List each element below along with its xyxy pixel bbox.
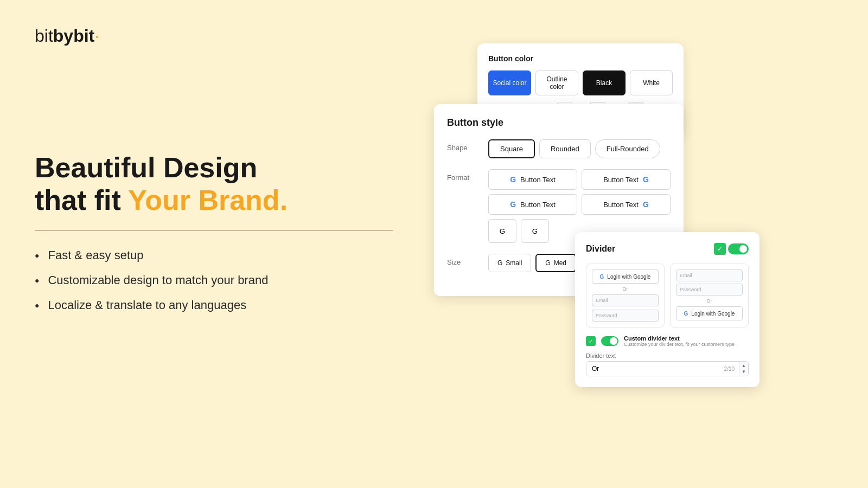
hero-line1: Beautiful Design: [35, 152, 257, 183]
preview-google-label-left: Login with Google: [607, 274, 650, 280]
preview-or-right: Or: [676, 298, 743, 304]
format-btn-icon-right-2[interactable]: Button Text G: [582, 194, 671, 215]
preview-google-btn-left: G Login with Google: [592, 269, 659, 284]
arrow-down[interactable]: ▼: [742, 369, 746, 375]
format-icon-only-2[interactable]: G: [521, 219, 549, 243]
hero-divider: [35, 230, 393, 231]
preview-google-label-right: Login with Google: [691, 311, 735, 317]
format-btn-icon-right-1[interactable]: Button Text G: [582, 169, 671, 190]
shape-square-button[interactable]: Square: [488, 139, 535, 158]
preview-google-icon-right: G: [684, 311, 688, 317]
preview-google-btn-right: G Login with Google: [676, 306, 743, 320]
google-icon: G: [510, 175, 516, 184]
black-color-button[interactable]: Black: [583, 70, 626, 95]
shape-options: Square Rounded Full-Rounded: [488, 139, 660, 158]
logo-dot: ·: [94, 26, 99, 46]
format-btn-label-4: Button Text: [603, 201, 639, 209]
preview-password-left: Password: [592, 310, 659, 322]
shape-section: Shape Square Rounded Full-Rounded: [447, 139, 671, 158]
hero-line2-prefix: that fit: [35, 184, 128, 216]
format-label: Format: [447, 169, 480, 182]
size-label: Size: [447, 254, 480, 266]
bullet-3: Localize & translate to any languages: [35, 298, 393, 312]
google-icon-right: G: [643, 175, 649, 184]
shape-full-rounded-button[interactable]: Full-Rounded: [595, 139, 660, 158]
login-previews: G Login with Google Or Email Password Em…: [586, 264, 749, 328]
divider-text-input-row: 2/10 ▲ ▼: [586, 361, 749, 376]
logo-by: by: [53, 26, 73, 46]
outline-color-button[interactable]: Outline color: [535, 70, 578, 95]
hero-heading: Beautiful Design that fit Your Brand.: [35, 152, 393, 217]
divider-text-row: Divider text 2/10 ▲ ▼: [586, 352, 749, 376]
custom-divider-label: Custom divider text: [624, 335, 749, 342]
preview-or-left: Or: [592, 286, 659, 292]
preview-google-icon-left: G: [600, 274, 604, 280]
divider-text-arrows: ▲ ▼: [739, 362, 748, 376]
format-btn-label-3: Button Text: [520, 201, 556, 209]
logo-bit1: bit: [35, 26, 53, 46]
size-small-label: Small: [506, 259, 522, 267]
bullet-2: Customizable design to match your brand: [35, 273, 393, 287]
shape-rounded-button[interactable]: Rounded: [539, 139, 591, 158]
format-btn-label-2: Button Text: [603, 176, 639, 184]
google-icon-right-2: G: [643, 200, 649, 209]
divider-text-input[interactable]: [586, 362, 720, 376]
color-buttons-row: Social color Outline color Black White: [488, 70, 673, 95]
divider-title: Divider: [586, 244, 615, 254]
format-btn-label-1: Button Text: [520, 176, 556, 184]
login-preview-right: Email Password Or G Login with Google: [670, 264, 749, 328]
hero-section: Beautiful Design that fit Your Brand. Fa…: [35, 152, 393, 323]
white-color-button[interactable]: White: [630, 70, 673, 95]
login-preview-left: G Login with Google Or Email Password: [586, 264, 665, 328]
format-btn-icon-left-2[interactable]: G Button Text: [488, 194, 577, 215]
size-small-icon: G: [497, 259, 502, 267]
divider-toggle-switch[interactable]: [728, 243, 749, 254]
shape-label: Shape: [447, 139, 480, 152]
custom-divider-toggle[interactable]: [601, 336, 618, 346]
divider-card: Divider ✓ G Login with Google Or Email P…: [575, 232, 760, 387]
size-small-button[interactable]: G Small: [488, 254, 531, 272]
divider-text-label: Divider text: [586, 352, 749, 359]
custom-divider-check[interactable]: ✓: [586, 336, 596, 346]
format-btn-icon-left-1[interactable]: G Button Text: [488, 169, 577, 190]
divider-toggle-group: ✓: [714, 243, 749, 255]
divider-header: Divider ✓: [586, 243, 749, 255]
custom-divider-row: ✓ Custom divider text Customize your div…: [586, 335, 749, 347]
format-grid: G Button Text Button Text G G Button Tex…: [488, 169, 671, 215]
button-color-title: Button color: [488, 54, 673, 63]
bullet-1: Fast & easy setup: [35, 248, 393, 262]
divider-check-icon[interactable]: ✓: [714, 243, 726, 255]
google-icon-only-1: G: [500, 227, 505, 235]
size-medium-icon: G: [545, 259, 550, 267]
size-medium-button[interactable]: G Med: [535, 254, 576, 272]
preview-email-right: Email: [676, 269, 743, 281]
custom-divider-info: Custom divider text Customize your divid…: [624, 335, 749, 347]
google-icon-only-2: G: [532, 227, 538, 235]
preview-email-left: Email: [592, 294, 659, 306]
google-icon-2: G: [510, 200, 516, 209]
arrow-up[interactable]: ▲: [742, 363, 746, 369]
preview-password-right: Password: [676, 284, 743, 296]
social-color-button[interactable]: Social color: [488, 70, 531, 95]
button-style-title: Button style: [447, 117, 671, 129]
divider-text-count: 2/10: [720, 363, 739, 375]
hero-line2-brand: Your Brand.: [128, 184, 288, 216]
logo-bit2: bit: [73, 26, 94, 46]
logo: bitbybit·: [35, 26, 99, 46]
format-icon-only-1[interactable]: G: [488, 219, 516, 243]
size-medium-label: Med: [554, 259, 566, 267]
hero-bullets: Fast & easy setup Customizable design to…: [35, 248, 393, 312]
custom-divider-desc: Customize your divider text, fit your cu…: [624, 342, 749, 347]
